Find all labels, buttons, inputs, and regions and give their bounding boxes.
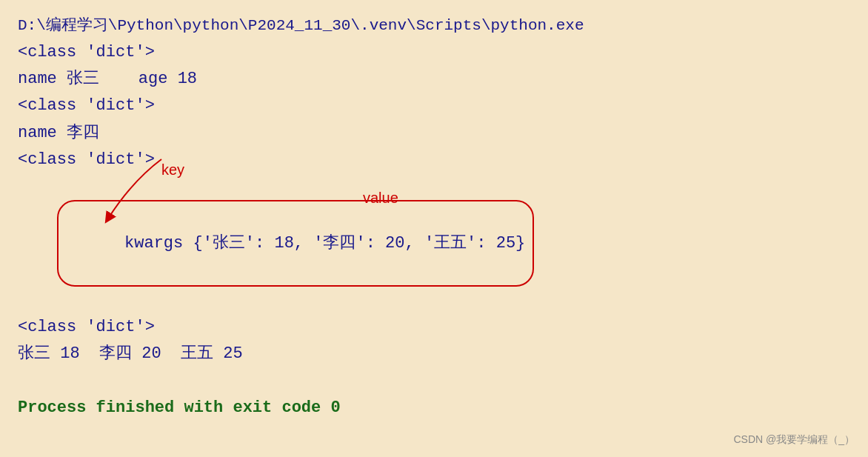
path-line: D:\编程学习\Python\python\P2024_11_30\.venv\…: [18, 13, 850, 39]
annotation-value: value: [363, 190, 398, 207]
output-line-5: <class 'dict'>: [18, 147, 850, 173]
kwargs-value: {'张三': 18, '李四': 20, '王五': 25}: [193, 234, 525, 253]
output-line-4: name 李四: [18, 120, 850, 147]
kwargs-label: kwargs: [124, 234, 183, 253]
process-line: Process finished with exit code 0: [18, 395, 850, 421]
watermark: CSDN @我要学编程（_）: [733, 433, 855, 447]
console-output: D:\编程学习\Python\python\P2024_11_30\.venv\…: [0, 0, 868, 435]
output-line-6: <class 'dict'>: [18, 314, 850, 341]
kwargs-highlight: kwargs {'张三': 18, '李四': 20, '王五': 25}: [57, 200, 535, 287]
output-line-7: 张三 18 李四 20 王五 25: [18, 341, 850, 367]
output-line-3: <class 'dict'>: [18, 93, 850, 119]
output-line-blank: [18, 367, 850, 394]
annotation-key: key: [161, 161, 184, 179]
kwargs-line: kwargs {'张三': 18, '李四': 20, '王五': 25}: [18, 173, 850, 313]
output-line-1: <class 'dict'>: [18, 39, 850, 66]
output-line-2: name 张三 age 18: [18, 66, 850, 93]
